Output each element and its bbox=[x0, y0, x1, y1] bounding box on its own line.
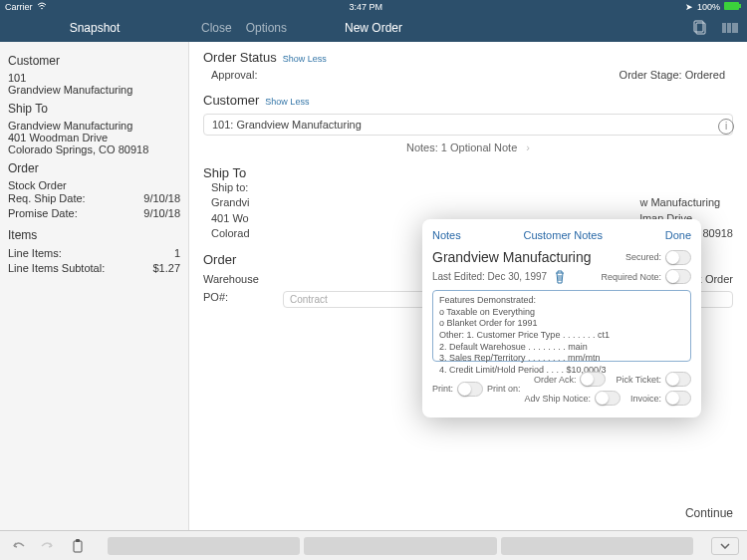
sidebar-stock: Stock Order bbox=[8, 179, 180, 191]
order-section-title: Order bbox=[203, 252, 236, 267]
nav-bar: Snapshot Close Options New Order bbox=[0, 14, 747, 42]
last-edited-val: Dec 30, 1997 bbox=[488, 270, 548, 281]
battery-pct: 100% bbox=[697, 2, 720, 12]
warehouse-label: Warehouse bbox=[203, 273, 283, 285]
modal-customer-notes-tab[interactable]: Customer Notes bbox=[523, 229, 602, 241]
content-area: Order StatusShow Less Approval: Order St… bbox=[189, 42, 747, 530]
sidebar: Customer 101 Grandview Manufacturing Shi… bbox=[0, 42, 189, 530]
options-button[interactable]: Options bbox=[246, 21, 287, 35]
chevron-down-button[interactable] bbox=[711, 537, 739, 555]
trash-icon[interactable] bbox=[554, 270, 566, 284]
invoice-toggle[interactable] bbox=[665, 391, 691, 406]
prom-date-val: 9/10/18 bbox=[143, 206, 180, 221]
req-date-label: Req. Ship Date: bbox=[8, 191, 86, 206]
wifi-icon bbox=[37, 2, 47, 12]
print-label: Print: bbox=[432, 384, 453, 394]
svg-rect-6 bbox=[76, 539, 80, 542]
sidebar-order-title: Order bbox=[8, 161, 180, 175]
chevron-right-icon: › bbox=[526, 141, 530, 153]
po-label: PO#: bbox=[203, 291, 283, 308]
line-items-val: 1 bbox=[174, 246, 180, 261]
order-stage-label: Order Stage: bbox=[620, 69, 682, 81]
sidebar-ship-addr2: Colorado Springs, CO 80918 bbox=[8, 143, 180, 155]
show-less-link-2[interactable]: Show Less bbox=[265, 97, 309, 107]
shipto-title: Ship To bbox=[203, 165, 246, 180]
show-less-link[interactable]: Show Less bbox=[283, 54, 327, 64]
approval-label: Approval: bbox=[211, 69, 257, 81]
adv-ship-toggle[interactable] bbox=[595, 391, 621, 406]
ship-right1: w Manufacturing bbox=[639, 195, 733, 210]
ship-addr1-trunc: 401 Wo bbox=[211, 211, 301, 226]
order-stage-val: Ordered bbox=[685, 69, 725, 81]
shipto-row-label: Ship to: bbox=[211, 180, 733, 195]
secured-toggle[interactable] bbox=[665, 250, 691, 265]
pick-ticket-label: Pick Ticket: bbox=[616, 375, 661, 385]
order-ack-label: Order Ack: bbox=[534, 375, 577, 385]
info-icon[interactable]: i bbox=[718, 119, 734, 135]
prom-date-label: Promise Date: bbox=[8, 206, 78, 221]
notes-modal: Notes Customer Notes Done Grandview Manu… bbox=[422, 219, 701, 418]
sidebar-ship-addr1: 401 Woodman Drive bbox=[8, 132, 180, 143]
redo-button[interactable] bbox=[38, 536, 58, 556]
svg-rect-5 bbox=[74, 541, 82, 552]
note-textarea[interactable]: Features Demonstrated: o Taxable on Ever… bbox=[432, 290, 691, 362]
secured-label: Secured: bbox=[625, 252, 661, 262]
snapshot-title: Snapshot bbox=[0, 21, 189, 35]
sidebar-customer-title: Customer bbox=[8, 54, 180, 68]
modal-done-button[interactable]: Done bbox=[665, 229, 691, 241]
sidebar-ship-name: Grandview Manufacturing bbox=[8, 120, 180, 132]
customer-title: Customer bbox=[203, 93, 259, 108]
status-bar: Carrier 3:47 PM ➤ 100% bbox=[0, 0, 747, 14]
print-toggle[interactable] bbox=[457, 382, 483, 397]
status-time: 3:47 PM bbox=[349, 2, 382, 12]
notes-row[interactable]: Notes: 1 Optional Note › bbox=[203, 136, 733, 159]
pick-ticket-toggle[interactable] bbox=[665, 372, 691, 387]
sidebar-customer-id: 101 bbox=[8, 72, 180, 84]
clipboard-icon[interactable] bbox=[68, 536, 88, 556]
barcode-icon[interactable] bbox=[721, 20, 739, 36]
order-status-title: Order Status bbox=[203, 50, 277, 65]
copy-icon[interactable] bbox=[691, 20, 707, 36]
invoice-label: Invoice: bbox=[630, 394, 661, 404]
notes-label: Notes: bbox=[406, 141, 438, 153]
print-on-label: Print on: bbox=[487, 384, 521, 394]
svg-point-0 bbox=[41, 8, 43, 10]
svg-rect-1 bbox=[724, 2, 739, 10]
undo-button[interactable] bbox=[8, 536, 28, 556]
sidebar-customer-name: Grandview Manufacturing bbox=[8, 84, 180, 96]
subtotal-val: $1.27 bbox=[152, 261, 180, 276]
required-note-label: Required Note: bbox=[601, 272, 661, 282]
required-note-toggle[interactable] bbox=[665, 269, 691, 284]
sidebar-items-title: Items bbox=[8, 228, 180, 242]
order-ack-toggle[interactable] bbox=[580, 372, 606, 387]
subtotal-label: Line Items Subtotal: bbox=[8, 261, 105, 276]
segment-1[interactable] bbox=[108, 537, 300, 555]
segment-2[interactable] bbox=[304, 537, 496, 555]
svg-rect-2 bbox=[739, 4, 741, 8]
segment-3[interactable] bbox=[501, 537, 693, 555]
customer-display: 101: Grandview Manufacturing bbox=[212, 119, 362, 131]
battery-icon bbox=[724, 2, 742, 12]
req-date-val: 9/10/18 bbox=[143, 191, 180, 206]
adv-ship-label: Adv Ship Notice: bbox=[524, 394, 591, 404]
page-title: New Order bbox=[345, 21, 402, 35]
ship-addr2-trunc: Colorad bbox=[211, 226, 301, 241]
carrier-label: Carrier bbox=[5, 2, 33, 12]
line-items-label: Line Items: bbox=[8, 246, 62, 261]
close-button[interactable]: Close bbox=[201, 21, 232, 35]
location-icon: ➤ bbox=[685, 2, 693, 12]
notes-val: 1 Optional Note bbox=[441, 141, 517, 153]
bottom-bar bbox=[0, 530, 747, 560]
ship-name-trunc: Grandvi bbox=[211, 195, 301, 210]
sidebar-shipto-title: Ship To bbox=[8, 102, 180, 116]
customer-box[interactable]: 101: Grandview Manufacturing i bbox=[203, 114, 733, 136]
modal-title: Grandview Manufacturing bbox=[432, 249, 592, 265]
modal-notes-tab[interactable]: Notes bbox=[432, 229, 461, 241]
continue-button[interactable]: Continue bbox=[685, 506, 733, 520]
last-edited-label: Last Edited: bbox=[432, 270, 485, 281]
